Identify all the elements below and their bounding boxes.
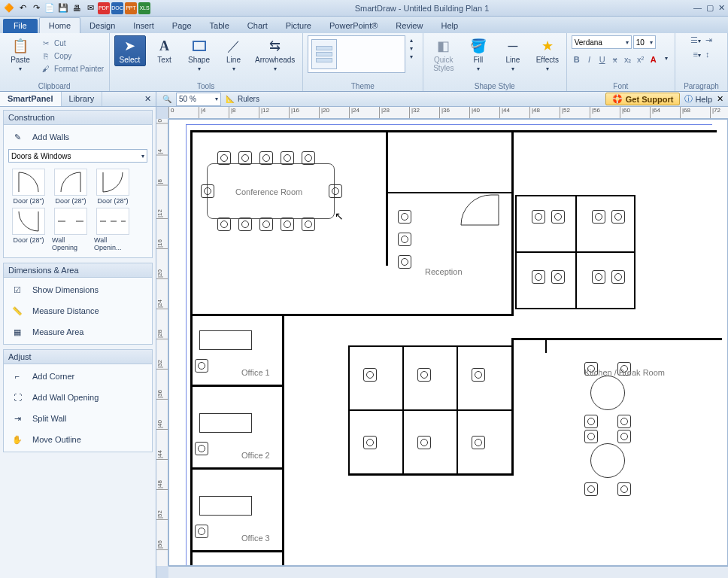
wall-opening-shape-2[interactable]: Wall Openin... [94, 208, 132, 251]
tab-powerpoint[interactable]: PowerPoint® [320, 18, 387, 33]
add-corner-button[interactable]: ⌐Add Corner [8, 367, 147, 385]
chair[interactable] [398, 255, 411, 269]
chair[interactable] [584, 415, 598, 428]
tab-page[interactable]: Page [163, 18, 201, 33]
library-tab[interactable]: Library [62, 92, 103, 106]
chair[interactable] [195, 442, 208, 455]
fill-button[interactable]: 🪣 Fill▾ [463, 35, 494, 75]
reception-desk[interactable] [461, 195, 499, 225]
chair[interactable] [617, 482, 631, 496]
quick-styles-button[interactable]: ◧ Quick Styles [428, 35, 460, 75]
get-support-button[interactable]: 🛟Get Support [605, 93, 681, 105]
font-color-button[interactable]: A [648, 55, 659, 65]
door-shape-4[interactable]: Door (28") [10, 208, 47, 251]
align-button[interactable]: ≡▾ [693, 50, 701, 59]
chair[interactable] [302, 151, 315, 165]
chair[interactable] [302, 218, 315, 231]
split-wall-button[interactable]: ⇥Split Wall [8, 409, 147, 427]
email-icon[interactable]: ✉ [84, 2, 96, 14]
theme-scroll-up[interactable]: ▴ [410, 37, 413, 44]
chair[interactable] [611, 270, 625, 284]
tab-review[interactable]: Review [387, 18, 432, 33]
chair[interactable] [259, 151, 273, 165]
save-icon[interactable]: 💾 [57, 2, 69, 14]
chair[interactable] [417, 368, 431, 382]
measure-distance-button[interactable]: 📏Measure Distance [8, 302, 147, 320]
file-tab[interactable]: File [3, 19, 38, 33]
chair[interactable] [472, 436, 485, 449]
minimize-button[interactable]: — [693, 3, 702, 13]
paste-button[interactable]: 📋 Paste ▾ [5, 35, 36, 75]
chair[interactable] [584, 482, 598, 496]
indent-button[interactable]: ⇥ [705, 35, 712, 45]
chair[interactable] [259, 218, 273, 231]
export-ppt-icon[interactable]: PPT [125, 2, 137, 14]
drawing-canvas[interactable]: Conference Room Reception Office 1 Offic… [168, 119, 728, 566]
export-doc-icon[interactable]: DOC [111, 2, 123, 14]
bullets-button[interactable]: ☰▾ [690, 35, 701, 45]
close-button[interactable]: ✕ [718, 3, 725, 13]
tab-chart[interactable]: Chart [238, 18, 277, 33]
chair[interactable] [551, 270, 565, 284]
tab-home[interactable]: Home [39, 17, 80, 33]
arrowheads-tool[interactable]: ⇆ Arrowheads▾ [253, 35, 298, 75]
wall-opening-shape-1[interactable]: Wall Opening [52, 208, 89, 251]
font-size-select[interactable]: 10▾ [633, 35, 656, 49]
rulers-toggle[interactable]: 📐Rulers [226, 95, 259, 103]
chair[interactable] [417, 436, 431, 449]
smartpanel-tab[interactable]: SmartPanel [0, 92, 62, 106]
desk-office2[interactable] [199, 413, 252, 433]
desk-office3[interactable] [199, 496, 252, 516]
select-tool[interactable]: ➤ Select [114, 35, 146, 66]
chair[interactable] [584, 430, 598, 443]
chair[interactable] [532, 210, 545, 224]
chair[interactable] [363, 368, 377, 382]
chair[interactable] [281, 151, 294, 165]
chair[interactable] [592, 270, 605, 284]
chair[interactable] [217, 151, 231, 165]
add-wall-opening-button[interactable]: ⛶Add Wall Opening [8, 388, 147, 406]
closepanel-x[interactable]: ✕ [717, 94, 723, 104]
panel-close-button[interactable]: ✕ [140, 92, 156, 106]
theme-more[interactable]: ▾ [410, 53, 413, 60]
line-style-button[interactable]: ─ Line▾ [497, 35, 529, 75]
help-button[interactable]: ⓘHelp [684, 93, 712, 105]
tab-picture[interactable]: Picture [277, 18, 320, 33]
italic-button[interactable]: I [584, 55, 595, 65]
redo-icon[interactable]: ↷ [30, 2, 42, 14]
door-shape-2[interactable]: Door (28") [52, 169, 89, 205]
theme-swatch[interactable] [311, 39, 337, 69]
tab-insert[interactable]: Insert [124, 18, 163, 33]
chair[interactable] [398, 233, 411, 246]
door-shape-3[interactable]: Door (28") [94, 169, 132, 205]
add-walls-button[interactable]: ✎ Add Walls [8, 128, 147, 146]
desk-office1[interactable] [199, 330, 252, 350]
chair[interactable] [281, 218, 294, 231]
tab-design[interactable]: Design [80, 18, 124, 33]
chair[interactable] [195, 359, 208, 373]
door-shape-1[interactable]: Door (28") [10, 169, 47, 205]
tab-table[interactable]: Table [201, 18, 238, 33]
theme-gallery[interactable] [308, 35, 405, 73]
export-xls-icon[interactable]: XLS [138, 2, 150, 14]
shape-tool[interactable]: Shape▾ [184, 35, 215, 75]
chair[interactable] [238, 218, 252, 231]
text-tool[interactable]: A Text [149, 35, 180, 66]
measure-area-button[interactable]: ▦Measure Area [8, 323, 147, 341]
zoom-select[interactable]: 50 %▾ [176, 93, 221, 106]
undo-icon[interactable]: ↶ [17, 2, 29, 14]
copy-button[interactable]: ⎘Copy [39, 50, 105, 62]
chair[interactable] [592, 210, 605, 224]
chair[interactable] [617, 415, 631, 428]
horizontal-scrollbar[interactable] [168, 566, 728, 578]
underline-button[interactable]: U [597, 55, 608, 65]
print-icon[interactable]: 🖶 [71, 2, 83, 14]
chair[interactable] [532, 270, 545, 284]
chair[interactable] [551, 210, 565, 224]
tab-help[interactable]: Help [432, 18, 467, 33]
chair[interactable] [363, 436, 377, 449]
subscript-button[interactable]: x₂ [623, 55, 633, 65]
maximize-button[interactable]: ▢ [706, 3, 714, 13]
chair[interactable] [398, 210, 411, 224]
round-table[interactable] [590, 376, 625, 410]
